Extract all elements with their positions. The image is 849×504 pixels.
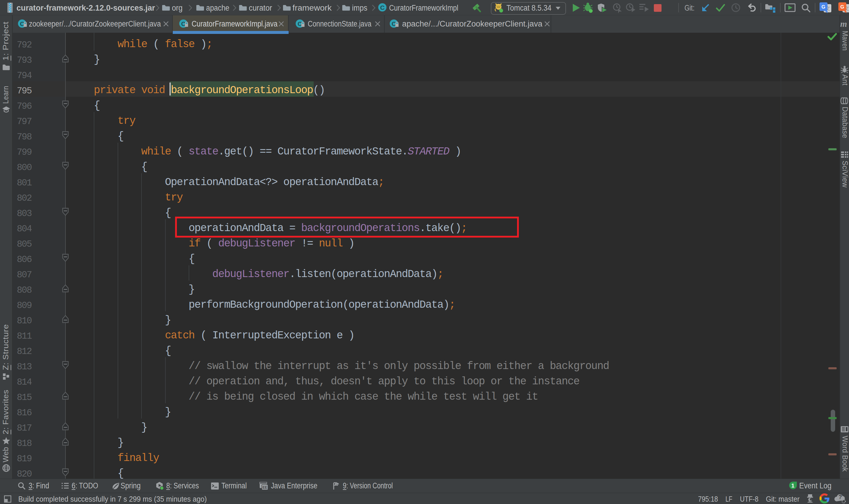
- svg-text:G: G: [840, 4, 844, 10]
- svg-text:EE: EE: [263, 485, 267, 489]
- svg-text:G: G: [821, 4, 825, 10]
- svg-text:C: C: [380, 4, 384, 11]
- svg-text:?: ?: [838, 494, 842, 500]
- svg-text:1: 1: [791, 483, 794, 489]
